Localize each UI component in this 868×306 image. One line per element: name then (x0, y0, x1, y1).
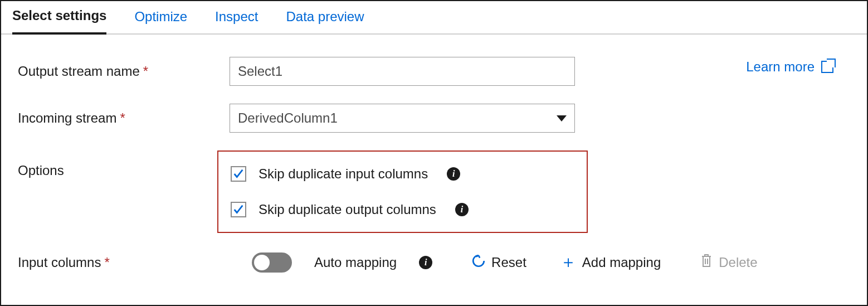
row-options: Options Skip duplicate input columns i (18, 150, 850, 233)
skip-dup-input-checkbox[interactable] (231, 166, 246, 182)
external-link-icon (821, 61, 833, 73)
incoming-stream-value: DerivedColumn1 (238, 110, 338, 126)
trash-icon (700, 253, 713, 272)
delete-button[interactable]: Delete (700, 253, 757, 272)
checkmark-icon (232, 203, 245, 216)
options-label: Options (18, 150, 230, 178)
info-icon[interactable]: i (455, 203, 469, 216)
add-mapping-button[interactable]: ＋ Add mapping (560, 251, 661, 274)
form-body: Learn more Output stream name* Incoming … (1, 35, 867, 305)
skip-dup-output-checkbox[interactable] (231, 202, 246, 217)
required-asterisk: * (104, 255, 109, 270)
options-highlight-box: Skip duplicate input columns i Skip dupl… (217, 150, 588, 233)
tab-optimize[interactable]: Optimize (134, 9, 187, 33)
chevron-down-icon (557, 115, 567, 122)
checkmark-icon (232, 168, 245, 180)
settings-panel: Select settings Optimize Inspect Data pr… (0, 0, 868, 306)
tab-select-settings[interactable]: Select settings (12, 8, 106, 35)
toggle-knob (254, 255, 270, 270)
option-skip-dup-output: Skip duplicate output columns i (231, 197, 574, 222)
input-columns-label: Input columns* (18, 255, 230, 270)
learn-more-label: Learn more (746, 59, 815, 75)
auto-mapping-label: Auto mapping (314, 255, 397, 270)
plus-icon: ＋ (560, 251, 577, 274)
skip-dup-input-label: Skip duplicate input columns (259, 166, 428, 182)
output-stream-input[interactable] (230, 57, 575, 86)
skip-dup-output-label: Skip duplicate output columns (259, 202, 436, 217)
auto-mapping-toggle[interactable] (252, 252, 292, 273)
row-input-columns: Input columns* Auto mapping i Reset ＋ Ad… (18, 251, 850, 274)
learn-more-link[interactable]: Learn more (746, 59, 833, 75)
incoming-stream-select[interactable]: DerivedColumn1 (230, 104, 575, 133)
reset-button[interactable]: Reset (471, 254, 526, 271)
row-incoming-stream: Incoming stream* DerivedColumn1 (18, 104, 850, 133)
row-output-stream: Output stream name* (18, 57, 850, 86)
tab-inspect[interactable]: Inspect (215, 9, 258, 33)
tab-data-preview[interactable]: Data preview (286, 9, 364, 33)
option-skip-dup-input: Skip duplicate input columns i (231, 162, 574, 186)
info-icon[interactable]: i (419, 256, 432, 269)
tab-bar: Select settings Optimize Inspect Data pr… (1, 1, 867, 35)
reset-icon (471, 254, 486, 271)
incoming-stream-label: Incoming stream* (18, 110, 230, 126)
required-asterisk: * (120, 110, 125, 125)
output-stream-label: Output stream name* (18, 64, 230, 79)
info-icon[interactable]: i (447, 167, 460, 181)
required-asterisk: * (143, 64, 148, 79)
